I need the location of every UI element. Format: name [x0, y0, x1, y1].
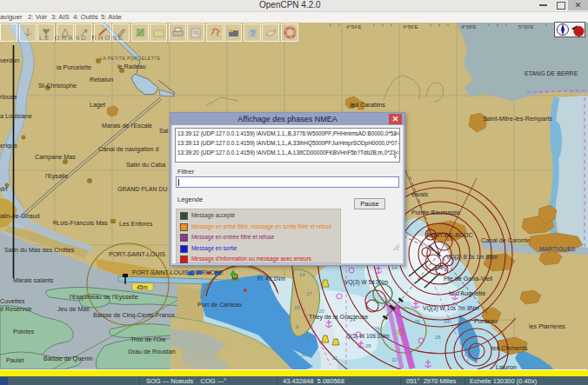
svg-text:04: 04: [444, 319, 450, 324]
svg-text:Campane Mas: Campane Mas: [35, 153, 76, 161]
svg-text:Baisse de Cinq-Cents-Francs: Baisse de Cinq-Cents-Francs: [93, 311, 175, 319]
svg-text:31: 31: [301, 352, 307, 357]
svg-text:They de la Gracieuse: They de la Gracieuse: [309, 313, 368, 321]
svg-text:VQ(3) W 10s 7m 8Nm: VQ(3) W 10s 7m 8Nm: [423, 305, 479, 312]
svg-text:le Radeau: le Radeau: [117, 63, 146, 70]
svg-text:Trou de l'Oie: Trou de l'Oie: [130, 335, 166, 343]
svg-text:les Plarrieres: les Plarrieres: [529, 322, 565, 330]
svg-text:Baisse de Quenin: Baisse de Quenin: [43, 355, 93, 362]
svg-text:la Porcelette: la Porcelette: [57, 63, 91, 71]
svg-text:Marais de l'Escale: Marais de l'Escale: [102, 122, 152, 129]
svg-text:ervais: ervais: [411, 190, 429, 198]
svg-text:d Reservoir: d Reservoir: [0, 305, 32, 313]
svg-text:GRAND PLAN DU: GRAND PLAN DU: [117, 186, 168, 192]
svg-text:Q(3) W 10s 3Nm: Q(3) W 10s 3Nm: [346, 333, 390, 340]
svg-text:Lajuron: Lajuron: [496, 363, 517, 369]
svg-text:les Carabins: les Carabins: [351, 101, 385, 109]
svg-text:l'Eysalle: l'Eysalle: [45, 172, 68, 180]
svg-text:26: 26: [414, 319, 420, 324]
svg-text:5°00'E: 5°00'E: [518, 24, 534, 30]
svg-text:rlouse: rlouse: [0, 93, 17, 101]
svg-text:4°54'E: 4°54'E: [346, 24, 362, 30]
svg-text:Pointes: Pointes: [13, 328, 34, 335]
svg-text:Sal: Sal: [159, 127, 169, 135]
svg-text:erique: erique: [0, 142, 17, 149]
svg-text:l'Esquineau de l'Eysselle: l'Esquineau de l'Eysselle: [70, 293, 138, 301]
svg-text:45m: 45m: [137, 284, 148, 290]
svg-text:4°58'E: 4°58'E: [461, 24, 477, 30]
svg-text:alin-de-Giraud: alin-de-Giraud: [0, 212, 40, 220]
svg-text:Gleg: Gleg: [435, 264, 447, 271]
svg-text:Laget: Laget: [90, 101, 105, 109]
svg-text:Salin du Mas des Crottes: Salin du Mas des Crottes: [4, 246, 75, 254]
svg-text:m: m: [435, 272, 439, 277]
svg-text:15: 15: [294, 305, 300, 310]
svg-text:Les Enfores: Les Enfores: [119, 220, 153, 228]
svg-text:28: 28: [365, 343, 371, 348]
svg-text:ETANG DE BERRE: ETANG DE BERRE: [525, 70, 578, 76]
svg-text:Lois-Francois Mas: Lois-Francois Mas: [57, 219, 108, 227]
svg-text:drf: drf: [0, 185, 7, 193]
svg-text:VQ(3) W 5s 3Nm: VQ(3) W 5s 3Nm: [344, 279, 389, 286]
svg-text:Canal de Caronte: Canal de Caronte: [481, 236, 530, 244]
svg-text:Marais salants: Marais salants: [13, 276, 54, 284]
svg-text:24: 24: [374, 326, 380, 331]
svg-text:Pointe Baumasse: Pointe Baumasse: [411, 209, 460, 216]
svg-text:Canal de navigation d: Canal de navigation d: [98, 145, 159, 153]
svg-text:PORT-SAINT-LOUIS-DU-RHONE: PORT-SAINT-LOUIS-DU-RHONE: [132, 269, 224, 275]
svg-text:Port de Carteau: Port de Carteau: [197, 301, 242, 309]
svg-text:PORT-DE-BOUC: PORT-DE-BOUC: [426, 232, 473, 238]
svg-text:32: 32: [391, 357, 398, 362]
svg-text:Salin du Caba: Salin du Caba: [126, 161, 165, 169]
svg-text:Cuvettes: Cuvettes: [0, 297, 25, 305]
svg-text:te d'Auguette: te d'Auguette: [449, 289, 485, 297]
svg-text:4°56'E: 4°56'E: [403, 24, 418, 30]
svg-text:LA PETITE PORCELETTE: LA PETITE PORCELETTE: [100, 56, 161, 61]
svg-text:Saint-Mitre-les-Remparts: Saint-Mitre-les-Remparts: [483, 115, 552, 123]
svg-text:St-Christophe: St-Christophe: [38, 82, 77, 90]
svg-text:VQ(2) B 5s 1m 8Nm: VQ(2) B 5s 1m 8Nm: [446, 254, 498, 261]
svg-text:les Clements: les Clements: [491, 344, 528, 352]
svg-text:a Louisiane: a Louisiane: [0, 112, 32, 120]
svg-text:Paulet: Paulet: [6, 356, 23, 364]
svg-text:Rebatun: Rebatun: [90, 76, 113, 83]
svg-text:Pte de Gana-Vieil: Pte de Gana-Vieil: [444, 275, 493, 282]
svg-text:12: 12: [304, 335, 311, 340]
svg-text:PORT-SAINT-LOUIS: PORT-SAINT-LOUIS: [109, 251, 165, 257]
svg-text:Ponteau: Ponteau: [474, 317, 498, 325]
svg-text:Fl. 4s 1Nm: Fl. 4s 1Nm: [257, 275, 285, 282]
svg-text:26: 26: [435, 335, 441, 340]
svg-text:17: 17: [306, 291, 312, 296]
svg-text:14: 14: [299, 272, 305, 277]
svg-text:MARTIGUES: MARTIGUES: [539, 246, 576, 252]
svg-text:31: 31: [332, 355, 338, 361]
svg-text:?: ?: [251, 29, 255, 37]
svg-text:Jeu de Mail: Jeu de Mail: [57, 305, 90, 313]
svg-text:Grau de Roustan: Grau de Roustan: [128, 348, 176, 355]
svg-text:verdun: verdun: [0, 56, 19, 64]
